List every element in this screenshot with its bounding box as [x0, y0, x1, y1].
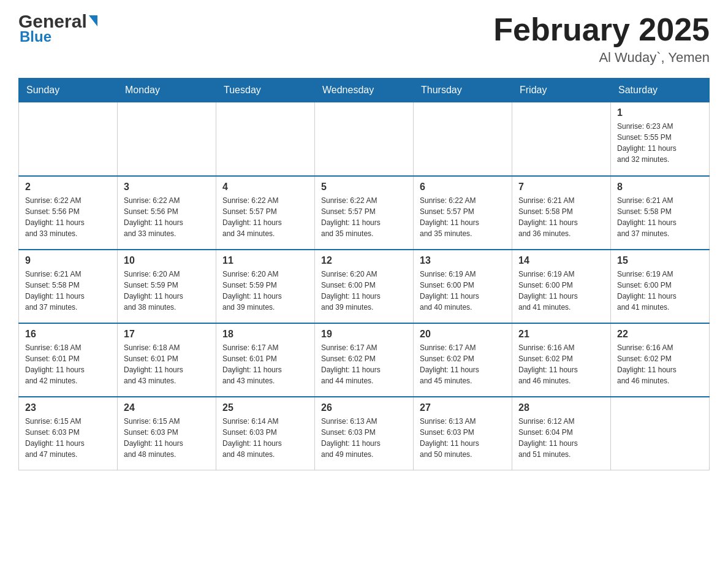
day-number: 20 — [420, 329, 506, 340]
logo-blue: Blue — [20, 28, 51, 45]
day-number: 14 — [518, 255, 604, 266]
weekday-header-sunday: Sunday — [19, 79, 118, 102]
calendar-cell: 21Sunrise: 6:16 AMSunset: 6:02 PMDayligh… — [512, 323, 611, 397]
calendar-week-row: 1Sunrise: 6:23 AMSunset: 5:55 PMDaylight… — [19, 102, 710, 176]
weekday-header-tuesday: Tuesday — [216, 79, 315, 102]
day-number: 23 — [25, 402, 111, 413]
day-number: 17 — [124, 329, 210, 340]
day-number: 3 — [124, 182, 210, 193]
day-number: 15 — [617, 255, 703, 266]
calendar-cell: 22Sunrise: 6:16 AMSunset: 6:02 PMDayligh… — [611, 323, 710, 397]
calendar-cell — [414, 102, 512, 176]
day-number: 1 — [617, 107, 703, 118]
day-info: Sunrise: 6:22 AMSunset: 5:56 PMDaylight:… — [25, 195, 111, 239]
calendar-cell — [216, 102, 315, 176]
day-number: 27 — [420, 402, 506, 413]
day-info: Sunrise: 6:17 AMSunset: 6:01 PMDaylight:… — [222, 342, 308, 386]
calendar-cell: 8Sunrise: 6:21 AMSunset: 5:58 PMDaylight… — [611, 176, 710, 250]
day-number: 19 — [321, 329, 407, 340]
day-info: Sunrise: 6:17 AMSunset: 6:02 PMDaylight:… — [321, 342, 407, 386]
day-number: 22 — [617, 329, 703, 340]
weekday-header-thursday: Thursday — [414, 79, 512, 102]
calendar-cell: 11Sunrise: 6:20 AMSunset: 5:59 PMDayligh… — [216, 250, 315, 323]
day-number: 2 — [25, 182, 111, 193]
weekday-header-monday: Monday — [118, 79, 216, 102]
day-number: 24 — [124, 402, 210, 413]
day-info: Sunrise: 6:22 AMSunset: 5:56 PMDaylight:… — [124, 195, 210, 239]
calendar-cell — [19, 102, 118, 176]
weekday-header-wednesday: Wednesday — [315, 79, 414, 102]
day-number: 16 — [25, 329, 111, 340]
day-info: Sunrise: 6:18 AMSunset: 6:01 PMDaylight:… — [124, 342, 210, 386]
calendar-cell: 4Sunrise: 6:22 AMSunset: 5:57 PMDaylight… — [216, 176, 315, 250]
day-number: 21 — [518, 329, 604, 340]
day-info: Sunrise: 6:21 AMSunset: 5:58 PMDaylight:… — [25, 269, 111, 313]
calendar-cell: 28Sunrise: 6:12 AMSunset: 6:04 PMDayligh… — [512, 397, 611, 470]
day-number: 11 — [222, 255, 308, 266]
day-info: Sunrise: 6:19 AMSunset: 6:00 PMDaylight:… — [420, 269, 506, 313]
calendar-week-row: 16Sunrise: 6:18 AMSunset: 6:01 PMDayligh… — [19, 323, 710, 397]
day-info: Sunrise: 6:13 AMSunset: 6:03 PMDaylight:… — [420, 416, 506, 460]
day-info: Sunrise: 6:17 AMSunset: 6:02 PMDaylight:… — [420, 342, 506, 386]
page-header: General Blue February 2025 Al Wuday`, Ye… — [18, 12, 710, 66]
title-block: February 2025 Al Wuday`, Yemen — [493, 12, 710, 66]
calendar-week-row: 2Sunrise: 6:22 AMSunset: 5:56 PMDaylight… — [19, 176, 710, 250]
day-number: 25 — [222, 402, 308, 413]
calendar-cell: 5Sunrise: 6:22 AMSunset: 5:57 PMDaylight… — [315, 176, 414, 250]
day-info: Sunrise: 6:13 AMSunset: 6:03 PMDaylight:… — [321, 416, 407, 460]
calendar-cell: 7Sunrise: 6:21 AMSunset: 5:58 PMDaylight… — [512, 176, 611, 250]
day-number: 6 — [420, 182, 506, 193]
calendar-cell: 25Sunrise: 6:14 AMSunset: 6:03 PMDayligh… — [216, 397, 315, 470]
day-number: 10 — [124, 255, 210, 266]
calendar-cell: 10Sunrise: 6:20 AMSunset: 5:59 PMDayligh… — [118, 250, 216, 323]
day-number: 4 — [222, 182, 308, 193]
day-info: Sunrise: 6:20 AMSunset: 5:59 PMDaylight:… — [222, 269, 308, 313]
day-number: 13 — [420, 255, 506, 266]
calendar-cell: 9Sunrise: 6:21 AMSunset: 5:58 PMDaylight… — [19, 250, 118, 323]
calendar-cell: 15Sunrise: 6:19 AMSunset: 6:00 PMDayligh… — [611, 250, 710, 323]
calendar-cell: 19Sunrise: 6:17 AMSunset: 6:02 PMDayligh… — [315, 323, 414, 397]
day-number: 12 — [321, 255, 407, 266]
weekday-header-row: SundayMondayTuesdayWednesdayThursdayFrid… — [19, 79, 710, 102]
calendar-cell: 3Sunrise: 6:22 AMSunset: 5:56 PMDaylight… — [118, 176, 216, 250]
calendar-week-row: 23Sunrise: 6:15 AMSunset: 6:03 PMDayligh… — [19, 397, 710, 470]
month-title: February 2025 — [493, 12, 710, 47]
day-number: 7 — [518, 182, 604, 193]
day-info: Sunrise: 6:16 AMSunset: 6:02 PMDaylight:… — [518, 342, 604, 386]
day-number: 5 — [321, 182, 407, 193]
calendar-cell: 18Sunrise: 6:17 AMSunset: 6:01 PMDayligh… — [216, 323, 315, 397]
calendar-cell: 24Sunrise: 6:15 AMSunset: 6:03 PMDayligh… — [118, 397, 216, 470]
calendar-cell: 14Sunrise: 6:19 AMSunset: 6:00 PMDayligh… — [512, 250, 611, 323]
calendar-cell: 16Sunrise: 6:18 AMSunset: 6:01 PMDayligh… — [19, 323, 118, 397]
calendar-week-row: 9Sunrise: 6:21 AMSunset: 5:58 PMDaylight… — [19, 250, 710, 323]
day-info: Sunrise: 6:21 AMSunset: 5:58 PMDaylight:… — [617, 195, 703, 239]
day-info: Sunrise: 6:16 AMSunset: 6:02 PMDaylight:… — [617, 342, 703, 386]
day-info: Sunrise: 6:22 AMSunset: 5:57 PMDaylight:… — [321, 195, 407, 239]
day-info: Sunrise: 6:21 AMSunset: 5:58 PMDaylight:… — [518, 195, 604, 239]
calendar-cell — [512, 102, 611, 176]
day-info: Sunrise: 6:15 AMSunset: 6:03 PMDaylight:… — [25, 416, 111, 460]
calendar-cell: 27Sunrise: 6:13 AMSunset: 6:03 PMDayligh… — [414, 397, 512, 470]
day-info: Sunrise: 6:23 AMSunset: 5:55 PMDaylight:… — [617, 121, 703, 165]
calendar-cell: 6Sunrise: 6:22 AMSunset: 5:57 PMDaylight… — [414, 176, 512, 250]
weekday-header-saturday: Saturday — [611, 79, 710, 102]
logo: General Blue — [18, 12, 97, 45]
calendar-cell — [611, 397, 710, 470]
day-number: 28 — [518, 402, 604, 413]
day-info: Sunrise: 6:20 AMSunset: 5:59 PMDaylight:… — [124, 269, 210, 313]
calendar-cell: 17Sunrise: 6:18 AMSunset: 6:01 PMDayligh… — [118, 323, 216, 397]
calendar-cell: 13Sunrise: 6:19 AMSunset: 6:00 PMDayligh… — [414, 250, 512, 323]
day-info: Sunrise: 6:19 AMSunset: 6:00 PMDaylight:… — [518, 269, 604, 313]
day-info: Sunrise: 6:15 AMSunset: 6:03 PMDaylight:… — [124, 416, 210, 460]
day-info: Sunrise: 6:22 AMSunset: 5:57 PMDaylight:… — [222, 195, 308, 239]
calendar-cell: 26Sunrise: 6:13 AMSunset: 6:03 PMDayligh… — [315, 397, 414, 470]
day-info: Sunrise: 6:20 AMSunset: 6:00 PMDaylight:… — [321, 269, 407, 313]
weekday-header-friday: Friday — [512, 79, 611, 102]
calendar-cell — [315, 102, 414, 176]
day-number: 18 — [222, 329, 308, 340]
calendar-cell: 2Sunrise: 6:22 AMSunset: 5:56 PMDaylight… — [19, 176, 118, 250]
day-info: Sunrise: 6:14 AMSunset: 6:03 PMDaylight:… — [222, 416, 308, 460]
location-title: Al Wuday`, Yemen — [493, 50, 710, 66]
day-number: 8 — [617, 182, 703, 193]
calendar-cell: 1Sunrise: 6:23 AMSunset: 5:55 PMDaylight… — [611, 102, 710, 176]
